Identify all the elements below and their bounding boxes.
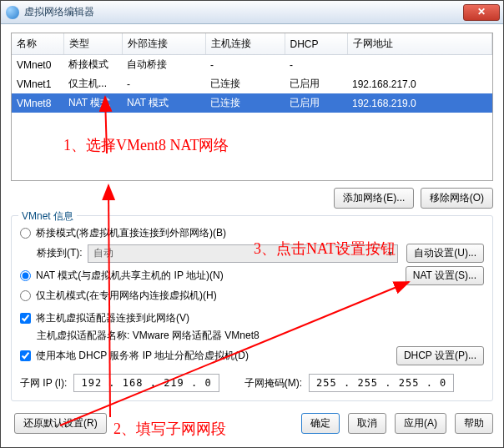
table-row[interactable]: VMnet0桥接模式自动桥接-- [12,55,492,75]
table-cell: 已连接 [205,93,285,113]
table-cell: 仅主机... [63,74,122,93]
help-button[interactable]: 帮助 [455,413,493,434]
vmnet-info-group: VMnet 信息 桥接模式(将虚拟机直接连接到外部网络)(B) 桥接到(T): … [11,215,493,401]
add-network-button[interactable]: 添加网络(E)... [334,188,414,209]
column-header[interactable]: DHCP [285,33,347,55]
nat-label: NAT 模式(与虚拟机共享主机的 IP 地址)(N) [36,269,224,283]
connect-host-label: 将主机虚拟适配器连接到此网络(V) [36,311,189,325]
chevron-down-icon: ▾ [388,249,392,258]
nat-radio[interactable] [20,270,31,281]
network-table: 名称类型外部连接主机连接DHCP子网地址 VMnet0桥接模式自动桥接--VMn… [11,33,493,181]
column-header[interactable]: 类型 [63,33,122,55]
table-cell: 桥接模式 [63,55,122,75]
table-cell: - [122,74,205,93]
table-cell: 自动桥接 [122,55,205,75]
ok-button[interactable]: 确定 [301,413,340,434]
hostonly-radio[interactable] [20,290,31,301]
table-cell: - [205,55,285,75]
column-header[interactable]: 主机连接 [205,33,285,55]
column-header[interactable]: 外部连接 [122,33,205,55]
table-cell: VMnet8 [12,93,63,113]
table-cell [347,55,492,75]
table-cell: 已连接 [205,74,285,93]
group-legend: VMnet 信息 [18,209,77,224]
bridge-to-label: 桥接到(T): [37,246,83,260]
column-header[interactable]: 名称 [12,33,63,55]
dhcp-checkbox[interactable] [20,350,31,361]
table-cell: - [285,55,347,75]
table-row[interactable]: VMnet1仅主机...-已连接已启用192.168.217.0 [12,74,492,93]
subnet-mask-input[interactable]: 255 . 255 . 255 . 0 [309,374,454,392]
window-title: 虚拟网络编辑器 [24,5,463,19]
table-row[interactable]: VMnet8NAT 模式NAT 模式已连接已启用192.168.219.0 [12,93,492,113]
adapter-name-label: 主机虚拟适配器名称: VMware 网络适配器 VMnet8 [37,329,260,343]
subnet-ip-input[interactable]: 192 . 168 . 219 . 0 [73,374,219,392]
dhcp-label: 使用本地 DHCP 服务将 IP 地址分配给虚拟机(D) [36,349,249,363]
table-cell: NAT 模式 [122,93,205,113]
auto-settings-button[interactable]: 自动设置(U)... [406,244,484,263]
connect-host-checkbox[interactable] [20,313,31,324]
table-cell: NAT 模式 [63,93,122,113]
column-header[interactable]: 子网地址 [347,33,492,55]
bridge-combo-value: 自动 [93,246,113,260]
apply-button[interactable]: 应用(A) [395,413,446,434]
subnet-ip-label: 子网 IP (I): [20,376,67,390]
close-button[interactable]: ✕ [463,4,500,21]
hostonly-label: 仅主机模式(在专用网络内连接虚拟机)(H) [36,289,217,303]
table-cell: 192.168.217.0 [347,74,492,93]
bridge-radio[interactable] [20,228,31,239]
cancel-button[interactable]: 取消 [348,413,386,434]
app-icon [6,6,19,19]
nat-settings-button[interactable]: NAT 设置(S)... [406,266,484,285]
dhcp-settings-button[interactable]: DHCP 设置(P)... [396,346,484,365]
bridge-label: 桥接模式(将虚拟机直接连接到外部网络)(B) [36,226,226,240]
table-cell: VMnet1 [12,74,63,93]
restore-defaults-button[interactable]: 还原默认设置(R) [14,413,107,434]
subnet-mask-label: 子网掩码(M): [244,376,302,390]
table-cell: VMnet0 [12,55,63,75]
table-cell: 192.168.219.0 [347,93,492,113]
remove-network-button[interactable]: 移除网络(O) [421,188,493,209]
bridge-combo[interactable]: 自动 ▾ [88,244,399,263]
table-cell: 已启用 [285,93,347,113]
table-cell: 已启用 [285,74,347,93]
